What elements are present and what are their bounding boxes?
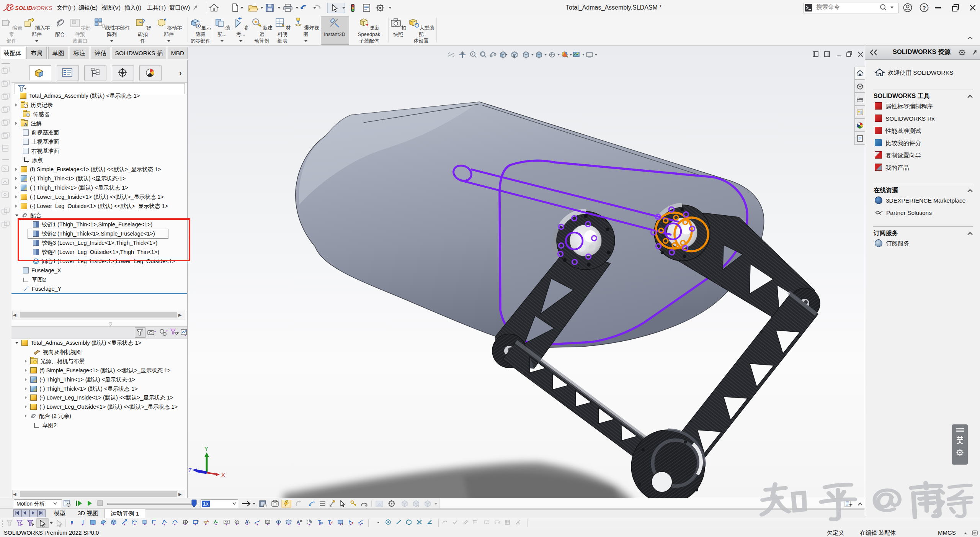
svg-text:A: A [235, 521, 237, 523]
svg-text:A: A [297, 520, 300, 524]
svg-text:03: 03 [225, 521, 228, 524]
svg-text:?: ? [922, 5, 926, 11]
svg-text:Z: Z [188, 467, 192, 473]
svg-text:X: X [221, 472, 225, 478]
svg-text:WORKS: WORKS [31, 5, 52, 11]
svg-text:SOLID: SOLID [15, 5, 33, 11]
svg-text:A: A [513, 54, 515, 58]
svg-text:Y: Y [204, 445, 208, 452]
